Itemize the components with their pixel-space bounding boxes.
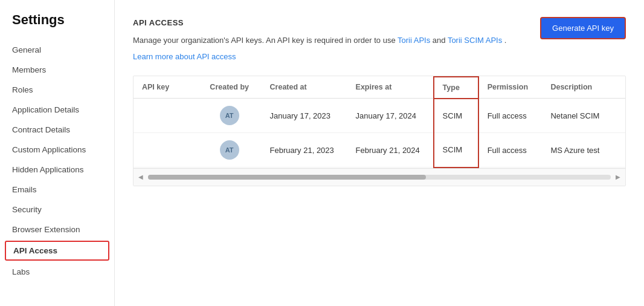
table-row: ATFebruary 21, 2023February 21, 2024SCIM… <box>134 133 625 168</box>
sidebar-item-security[interactable]: Security <box>0 200 114 220</box>
learn-more-link[interactable]: Learn more about API access <box>133 52 236 61</box>
horizontal-scrollbar: ◀ ▶ <box>134 168 625 186</box>
table-scroll: API keyCreated byCreated atExpires atTyp… <box>134 76 625 168</box>
cell-type: SCIM <box>434 99 478 133</box>
sidebar-item-api-access[interactable]: API Access <box>5 241 109 261</box>
col-header-created-at: Created at <box>262 77 347 99</box>
sidebar-item-emails[interactable]: Emails <box>0 180 114 200</box>
page-title: Settings <box>0 12 114 40</box>
col-header-created-by: Created by <box>198 77 262 99</box>
scroll-track[interactable] <box>148 175 611 180</box>
api-table-wrapper: API keyCreated byCreated atExpires atTyp… <box>133 76 626 186</box>
description-text3: . <box>504 36 507 45</box>
scroll-thumb <box>148 175 426 180</box>
avatar: AT <box>220 140 239 160</box>
sidebar-item-custom-applications[interactable]: Custom Applications <box>0 140 114 160</box>
cell-created-by: AT <box>198 133 262 168</box>
cell-description: MS Azure test <box>542 133 625 168</box>
avatar: AT <box>220 106 239 125</box>
col-header-type: Type <box>434 77 478 99</box>
cell-api-key <box>134 133 198 168</box>
generate-btn-container: Generate API key <box>540 17 626 39</box>
cell-created-at: February 21, 2023 <box>262 133 347 168</box>
cell-permission: Full access <box>478 99 543 133</box>
torii-apis-link[interactable]: Torii APIs <box>398 36 430 45</box>
cell-api-key <box>134 99 198 133</box>
description-text2: and <box>433 36 448 45</box>
main-content: API ACCESS Manage your organization's AP… <box>115 0 644 306</box>
cell-created-by: AT <box>198 99 262 133</box>
sidebar-item-roles[interactable]: Roles <box>0 80 114 100</box>
sidebar-item-general[interactable]: General <box>0 40 114 60</box>
sidebar-item-hidden-applications[interactable]: Hidden Applications <box>0 160 114 180</box>
description-text1: Manage your organization's API keys. An … <box>133 36 398 45</box>
col-header-permission: Permission <box>478 77 543 99</box>
cell-expires-at: January 17, 2024 <box>347 99 434 133</box>
col-header-expires-at: Expires at <box>347 77 434 99</box>
torii-scim-apis-link[interactable]: Torii SCIM APIs <box>448 36 502 45</box>
col-header-api-key: API key <box>134 77 198 99</box>
sidebar-item-application-details[interactable]: Application Details <box>0 100 114 120</box>
scroll-right-button[interactable]: ▶ <box>611 171 625 183</box>
cell-created-at: January 17, 2023 <box>262 99 347 133</box>
sidebar-item-contract-details[interactable]: Contract Details <box>0 120 114 140</box>
generate-api-key-button[interactable]: Generate API key <box>540 17 626 39</box>
sidebar-item-browser-extension[interactable]: Browser Extension <box>0 220 114 239</box>
scroll-left-button[interactable]: ◀ <box>134 171 148 183</box>
sidebar-item-labs[interactable]: Labs <box>0 262 114 282</box>
cell-permission: Full access <box>478 133 543 168</box>
sidebar: Settings GeneralMembersRolesApplication … <box>0 0 115 306</box>
col-header-description: Description <box>542 77 625 99</box>
table-row: ATJanuary 17, 2023January 17, 2024SCIMFu… <box>134 99 625 133</box>
cell-expires-at: February 21, 2024 <box>347 133 434 168</box>
cell-type: SCIM <box>434 133 478 168</box>
api-table: API keyCreated byCreated atExpires atTyp… <box>134 76 625 168</box>
sidebar-item-members[interactable]: Members <box>0 60 114 80</box>
cell-description: Netanel SCIM <box>542 99 625 133</box>
